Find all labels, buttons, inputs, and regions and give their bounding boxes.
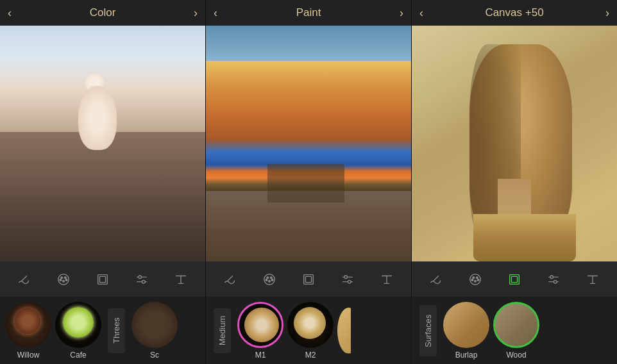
willow-label: Willow	[17, 351, 40, 360]
cafe-thumbnail	[55, 302, 101, 348]
svg-rect-19	[305, 276, 311, 282]
svg-point-4	[60, 279, 62, 281]
color-sliders-tool[interactable]	[131, 269, 152, 290]
color-toolbar	[0, 261, 206, 297]
paint-frame-tool[interactable]	[298, 269, 319, 290]
canvas-panel-title: Canvas +50	[485, 6, 543, 19]
paint-strip: Medium M1 M2	[206, 297, 412, 364]
color-palette-tool[interactable]	[53, 269, 74, 290]
paint-panel-image	[206, 26, 411, 261]
svg-point-1	[61, 276, 63, 278]
svg-point-26	[477, 276, 478, 278]
canvas-panel-image	[412, 26, 617, 261]
paint-sliders-tool[interactable]	[337, 269, 358, 290]
sc-label: Sc	[150, 351, 159, 360]
canvas-brush-tool[interactable]	[426, 269, 446, 290]
svg-point-23	[348, 280, 351, 283]
threes-tab[interactable]: Threes	[108, 308, 125, 353]
m1-thumbnail	[237, 302, 283, 348]
svg-point-29	[477, 279, 479, 281]
strip-item-sc[interactable]: Sc	[131, 302, 178, 360]
canvas-panel-header: ‹ Canvas +50 ›	[412, 0, 617, 26]
svg-rect-7	[99, 276, 105, 282]
wood-label: Wood	[506, 351, 526, 360]
color-panel-header: ‹ Color ›	[0, 0, 205, 26]
svg-point-16	[266, 279, 267, 281]
paint-brush-tool[interactable]	[220, 269, 241, 290]
canvas-sliders-tool[interactable]	[543, 269, 564, 290]
m1-label: M1	[255, 351, 266, 360]
canvas-text-tool[interactable]	[582, 269, 603, 290]
svg-point-34	[550, 276, 554, 279]
surfaces-tab[interactable]: Surfaces	[419, 305, 437, 356]
svg-point-5	[65, 279, 67, 281]
color-panel-title: Color	[90, 6, 116, 19]
svg-point-25	[473, 276, 475, 278]
burlap-thumbnail	[443, 302, 489, 348]
color-brush-tool[interactable]	[14, 269, 35, 290]
paint-palette-tool[interactable]	[259, 269, 280, 290]
svg-point-27	[475, 280, 477, 282]
bird-illustration	[72, 73, 123, 163]
color-frame-tool[interactable]	[92, 269, 113, 290]
paint-panel-title: Paint	[296, 6, 321, 19]
paint-panel: ‹ Paint ›	[206, 0, 412, 261]
medium-tab[interactable]: Medium	[214, 308, 231, 353]
paint-text-tool[interactable]	[376, 269, 397, 290]
svg-point-35	[554, 280, 557, 283]
strip-item-m1[interactable]: M1	[237, 302, 283, 360]
color-panel-image	[0, 26, 205, 261]
color-strip: Willow Cafe Threes Sc	[0, 297, 206, 364]
strip-item-willow[interactable]: Willow	[5, 302, 51, 360]
canvas-next-arrow[interactable]: ›	[605, 6, 609, 20]
strip-item-wood[interactable]: Wood	[493, 302, 539, 360]
svg-point-2	[65, 276, 67, 278]
color-text-tool[interactable]	[171, 269, 191, 290]
wood-thumbnail	[493, 302, 539, 348]
paint-panel-header: ‹ Paint ›	[206, 0, 411, 26]
svg-point-22	[344, 276, 348, 279]
m2-thumbnail	[287, 302, 334, 348]
m2-label: M2	[305, 351, 316, 360]
cafe-label: Cafe	[70, 351, 86, 360]
svg-point-11	[142, 280, 145, 283]
bottom-strip-row: Willow Cafe Threes Sc Medium M1 M2	[0, 297, 617, 364]
svg-point-3	[63, 280, 65, 282]
svg-point-13	[267, 276, 269, 278]
paint-toolbar	[206, 261, 412, 297]
canvas-prev-arrow[interactable]: ‹	[419, 6, 423, 20]
svg-point-17	[271, 279, 273, 281]
willow-thumbnail	[5, 302, 51, 348]
color-prev-arrow[interactable]: ‹	[8, 6, 12, 20]
svg-point-15	[269, 280, 271, 282]
strip-item-cafe[interactable]: Cafe	[55, 302, 101, 360]
svg-point-14	[271, 276, 273, 278]
toolbar-row	[0, 261, 617, 297]
color-panel: ‹ Color ›	[0, 0, 206, 261]
color-next-arrow[interactable]: ›	[194, 6, 198, 20]
paint-prev-arrow[interactable]: ‹	[214, 6, 217, 20]
strip-item-burlap[interactable]: Burlap	[443, 302, 489, 360]
paint-next-arrow[interactable]: ›	[400, 6, 403, 20]
svg-point-28	[471, 279, 473, 281]
canvas-panel: ‹ Canvas +50 ›	[412, 0, 617, 261]
canvas-frame-tool[interactable]	[504, 269, 525, 290]
svg-rect-31	[511, 276, 517, 282]
svg-point-10	[139, 276, 142, 279]
canvas-palette-tool[interactable]	[465, 269, 486, 290]
canvas-strip: Surfaces Burlap Wood	[412, 297, 617, 364]
strip-item-m2[interactable]: M2	[287, 302, 334, 360]
burlap-label: Burlap	[455, 351, 478, 360]
canvas-toolbar	[412, 261, 617, 297]
